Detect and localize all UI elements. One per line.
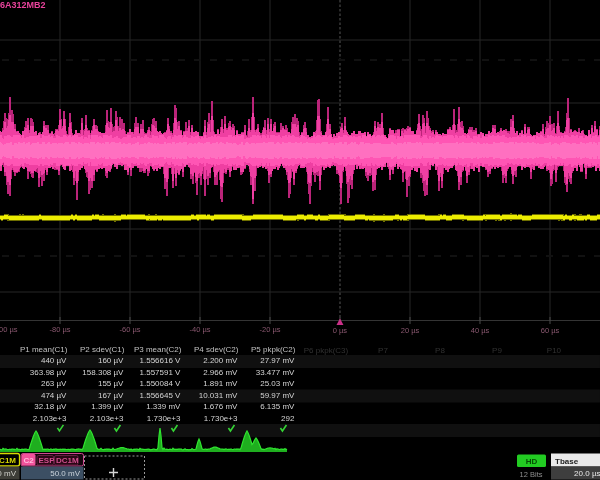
svg-text:2.200 mV: 2.200 mV — [203, 356, 238, 365]
svg-text:10.031 mV: 10.031 mV — [199, 391, 238, 400]
svg-text:C2: C2 — [23, 456, 34, 465]
svg-text:-60 µs: -60 µs — [119, 325, 140, 334]
svg-text:1.556616 V: 1.556616 V — [140, 356, 182, 365]
svg-text:P6 pkpk(C3): P6 pkpk(C3) — [304, 346, 349, 355]
svg-text:1.556645 V: 1.556645 V — [140, 391, 182, 400]
svg-text:P9: P9 — [492, 346, 502, 355]
svg-text:0 µs: 0 µs — [333, 326, 348, 335]
svg-text:50.0 mV: 50.0 mV — [50, 469, 80, 478]
svg-text:-20 µs: -20 µs — [259, 325, 280, 334]
svg-text:155 µV: 155 µV — [98, 379, 124, 388]
svg-text:2.103e+3: 2.103e+3 — [90, 414, 124, 423]
svg-text:2.966 mV: 2.966 mV — [203, 368, 238, 377]
svg-text:474 µV: 474 µV — [41, 391, 67, 400]
svg-text:DC1M: DC1M — [56, 456, 79, 465]
svg-text:Tbase: Tbase — [555, 457, 579, 466]
svg-text:1.730e+3: 1.730e+3 — [147, 414, 181, 423]
svg-text:10.0 mV: 10.0 mV — [0, 469, 17, 478]
svg-text:59.97 mV: 59.97 mV — [260, 391, 295, 400]
svg-text:60 µs: 60 µs — [541, 326, 560, 335]
svg-text:P2 sdev(C1): P2 sdev(C1) — [80, 345, 125, 354]
svg-text:1.550084 V: 1.550084 V — [140, 379, 182, 388]
svg-text:P5 pkpk(C2): P5 pkpk(C2) — [251, 345, 296, 354]
svg-text:P10: P10 — [547, 346, 562, 355]
svg-text:1.339 mV: 1.339 mV — [146, 402, 181, 411]
svg-text:HD: HD — [526, 457, 538, 466]
svg-text:-100 µs: -100 µs — [0, 325, 18, 334]
svg-text:12 Bits: 12 Bits — [520, 470, 543, 479]
svg-text:-80 µs: -80 µs — [49, 325, 70, 334]
svg-text:32.18 µV: 32.18 µV — [34, 402, 67, 411]
svg-text:1.399 µV: 1.399 µV — [91, 402, 124, 411]
svg-text:DC1M: DC1M — [0, 456, 16, 465]
svg-text:P1 mean(C1): P1 mean(C1) — [20, 345, 68, 354]
svg-text:1.730e+3: 1.730e+3 — [204, 414, 238, 423]
svg-text:P7: P7 — [378, 346, 388, 355]
svg-text:P8: P8 — [435, 346, 445, 355]
svg-text:263 µV: 263 µV — [41, 379, 67, 388]
svg-text:1.557591 V: 1.557591 V — [140, 368, 182, 377]
svg-text:25.03 mV: 25.03 mV — [260, 379, 295, 388]
svg-text:P4 sdev(C2): P4 sdev(C2) — [194, 345, 239, 354]
svg-text:363.98 µV: 363.98 µV — [30, 368, 67, 377]
svg-text:158.308 µV: 158.308 µV — [82, 368, 124, 377]
svg-text:20.0 µs: 20.0 µs — [574, 469, 600, 478]
svg-text:1.676 mV: 1.676 mV — [203, 402, 238, 411]
svg-text:33.477 mV: 33.477 mV — [256, 368, 295, 377]
svg-text:ESP: ESP — [39, 456, 56, 465]
svg-text:1.891 mV: 1.891 mV — [203, 379, 238, 388]
svg-text:-40 µs: -40 µs — [189, 325, 210, 334]
svg-text:20 µs: 20 µs — [401, 326, 420, 335]
svg-text:440 µV: 440 µV — [41, 356, 67, 365]
svg-text:P3 mean(C2): P3 mean(C2) — [134, 345, 182, 354]
svg-text:2.103e+3: 2.103e+3 — [33, 414, 67, 423]
svg-text:292: 292 — [281, 414, 295, 423]
svg-text:40 µs: 40 µs — [471, 326, 490, 335]
svg-text:27.97 mV: 27.97 mV — [260, 356, 295, 365]
svg-text:6.135 mV: 6.135 mV — [260, 402, 295, 411]
svg-text:160 µV: 160 µV — [98, 356, 124, 365]
svg-text:6A312MB2: 6A312MB2 — [0, 0, 46, 10]
svg-text:167 µV: 167 µV — [98, 391, 124, 400]
